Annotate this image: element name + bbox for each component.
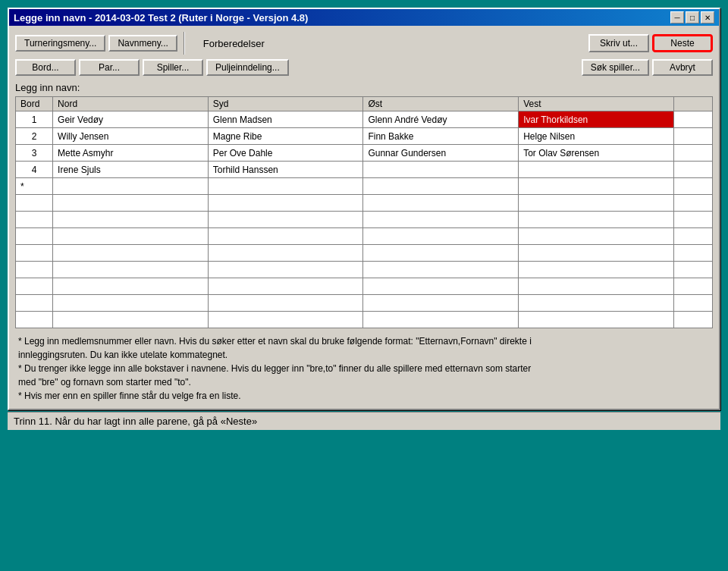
cell-ost[interactable]: Glenn André Vedøy xyxy=(363,111,519,128)
cell-star-1 xyxy=(53,178,209,195)
cell-empty xyxy=(16,278,53,295)
header-nord: Nord xyxy=(53,97,209,111)
cell-bord[interactable]: 2 xyxy=(16,128,53,145)
table-row-empty xyxy=(16,228,713,245)
sok-spiller-button[interactable]: Søk spiller... xyxy=(582,59,649,76)
cell-syd[interactable]: Glenn Madsen xyxy=(208,111,363,128)
cell-nord[interactable]: Mette Asmyhr xyxy=(53,145,209,162)
table-row-empty xyxy=(16,212,713,228)
cell-empty xyxy=(208,278,363,295)
cell-vest[interactable] xyxy=(519,162,674,178)
table-header-row: Bord Nord Syd Øst Vest xyxy=(16,97,713,111)
cell-empty xyxy=(673,295,712,312)
close-button[interactable]: ✕ xyxy=(701,11,714,24)
cell-empty xyxy=(16,262,53,278)
toolbar-divider xyxy=(184,32,185,55)
maximize-button[interactable]: □ xyxy=(686,11,699,24)
forberedelser-label: Forberedelser xyxy=(203,38,265,49)
footer-line2: innleggingsruten. Du kan ikke utelate ko… xyxy=(18,348,710,362)
toolbar-row-2: Bord... Par... Spiller... Puljeinndeling… xyxy=(15,59,713,76)
neste-button[interactable]: Neste xyxy=(652,34,713,52)
cell-empty xyxy=(208,195,363,212)
cell-empty xyxy=(208,262,363,278)
cell-star-4 xyxy=(519,178,674,195)
cell-empty xyxy=(16,212,53,228)
cell-extra xyxy=(673,162,712,178)
cell-bord[interactable]: 4 xyxy=(16,162,53,178)
header-syd: Syd xyxy=(208,97,363,111)
table-row: 3Mette AsmyhrPer Ove DahleGunnar Gunders… xyxy=(16,145,713,162)
cell-empty xyxy=(16,295,53,312)
table-row-empty xyxy=(16,278,713,295)
legg-inn-navn-label: Legg inn navn: xyxy=(15,82,713,93)
cell-nord[interactable]: Irene Sjuls xyxy=(53,162,209,178)
avbryt-button[interactable]: Avbryt xyxy=(652,59,713,76)
cell-vest[interactable]: Tor Olav Sørensen xyxy=(519,145,674,162)
cell-empty xyxy=(363,212,519,228)
minimize-button[interactable]: ─ xyxy=(670,11,684,24)
cell-syd[interactable]: Per Ove Dahle xyxy=(208,145,363,162)
spiller-button[interactable]: Spiller... xyxy=(143,59,203,76)
header-ost: Øst xyxy=(363,97,519,111)
cell-empty xyxy=(208,228,363,245)
cell-empty xyxy=(519,195,674,212)
cell-empty xyxy=(16,195,53,212)
cell-empty xyxy=(673,212,712,228)
toolbar-row-1: Turneringsmeny... Navnmeny... Forberedel… xyxy=(15,32,713,55)
header-extra xyxy=(673,97,712,111)
cell-vest[interactable]: Helge Nilsen xyxy=(519,128,674,145)
cell-empty xyxy=(16,312,53,328)
cell-empty xyxy=(673,278,712,295)
cell-empty xyxy=(53,212,209,228)
cell-empty xyxy=(519,312,674,328)
cell-empty xyxy=(673,245,712,262)
header-bord: Bord xyxy=(16,97,53,111)
cell-empty xyxy=(519,262,674,278)
table-row-empty xyxy=(16,195,713,212)
cell-star-3 xyxy=(363,178,519,195)
cell-empty xyxy=(363,312,519,328)
cell-syd[interactable]: Torhild Hanssen xyxy=(208,162,363,178)
cell-empty xyxy=(363,195,519,212)
cell-extra xyxy=(673,111,712,128)
cell-vest[interactable]: Ivar Thorkildsen xyxy=(519,111,674,128)
cell-empty xyxy=(363,228,519,245)
cell-star-0: * xyxy=(16,178,53,195)
cell-syd[interactable]: Magne Ribe xyxy=(208,128,363,145)
cell-empty xyxy=(673,312,712,328)
cell-empty xyxy=(208,212,363,228)
cell-empty xyxy=(363,245,519,262)
cell-nord[interactable]: Willy Jensen xyxy=(53,128,209,145)
cell-empty xyxy=(53,245,209,262)
cell-empty xyxy=(53,262,209,278)
footer-line4: med "bre" og fornavn som starter med "to… xyxy=(18,375,710,389)
turneringsmeny-button[interactable]: Turneringsmeny... xyxy=(15,35,105,52)
table-row-empty xyxy=(16,312,713,328)
cell-nord[interactable]: Geir Vedøy xyxy=(53,111,209,128)
puljeinndeling-button[interactable]: Puljeinndeling... xyxy=(206,59,289,76)
cell-empty xyxy=(53,295,209,312)
navnmeny-button[interactable]: Navnmeny... xyxy=(108,35,177,52)
header-vest: Vest xyxy=(519,97,674,111)
cell-ost[interactable]: Gunnar Gundersen xyxy=(363,145,519,162)
skriv-ut-button[interactable]: Skriv ut... xyxy=(588,34,649,52)
table-row-empty xyxy=(16,295,713,312)
cell-empty xyxy=(519,212,674,228)
cell-empty xyxy=(519,228,674,245)
cell-empty xyxy=(53,195,209,212)
cell-empty xyxy=(208,295,363,312)
cell-empty xyxy=(519,295,674,312)
cell-bord[interactable]: 1 xyxy=(16,111,53,128)
cell-bord[interactable]: 3 xyxy=(16,145,53,162)
table-row-empty xyxy=(16,262,713,278)
cell-empty xyxy=(519,245,674,262)
table-row: 1Geir VedøyGlenn MadsenGlenn André Vedøy… xyxy=(16,111,713,128)
par-button[interactable]: Par... xyxy=(79,59,140,76)
cell-ost[interactable] xyxy=(363,162,519,178)
cell-ost[interactable]: Finn Bakke xyxy=(363,128,519,145)
footer-line1: * Legg inn medlemsnummer eller navn. Hvi… xyxy=(18,334,710,348)
bord-button[interactable]: Bord... xyxy=(15,59,76,76)
table-row: 2Willy JensenMagne RibeFinn BakkeHelge N… xyxy=(16,128,713,145)
cell-empty xyxy=(16,245,53,262)
cell-empty xyxy=(208,245,363,262)
